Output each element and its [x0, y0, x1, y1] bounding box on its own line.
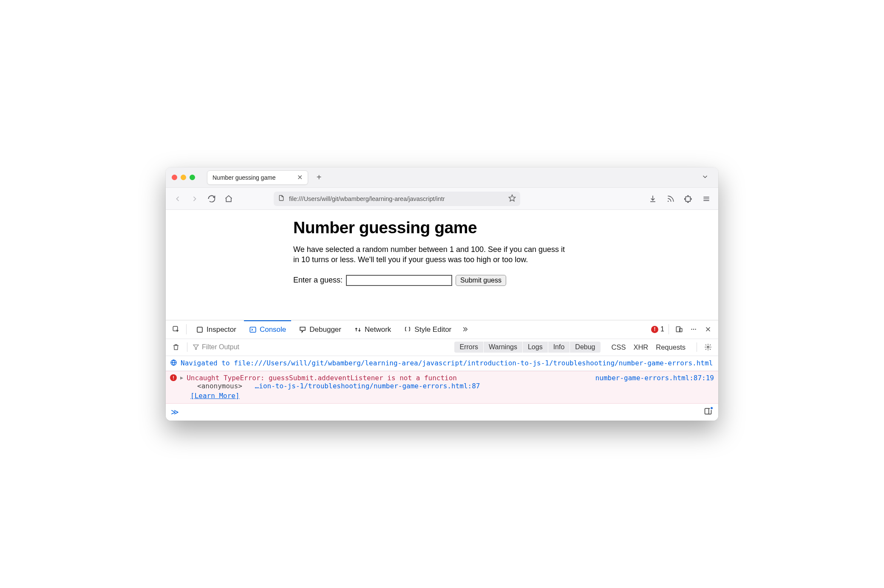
expand-caret-icon[interactable]: ▶	[180, 375, 183, 381]
tab-style-editor-label: Style Editor	[414, 325, 451, 334]
page-heading: Number guessing game	[293, 218, 570, 237]
submit-guess-button[interactable]: Submit guess	[456, 275, 506, 286]
url-text: file:///Users/will/git/wbamberg/learning…	[289, 195, 504, 202]
tab-console[interactable]: Console	[244, 320, 291, 339]
console-error-log: ! ▶ Uncaught TypeError: guessSubmit.adde…	[166, 371, 718, 404]
globe-icon	[170, 359, 177, 368]
guess-label: Enter a guess:	[293, 276, 343, 285]
error-icon: !	[170, 374, 177, 381]
svg-marker-16	[193, 345, 198, 350]
close-window-button[interactable]	[172, 175, 177, 180]
console-navigation-log: Navigated to file:///Users/will/git/wbam…	[166, 356, 718, 371]
new-tab-button[interactable]: +	[312, 172, 326, 182]
tab-console-label: Console	[260, 325, 286, 334]
svg-marker-0	[509, 195, 516, 201]
forward-button[interactable]	[189, 193, 201, 205]
learn-more-link[interactable]: [Learn More]	[170, 392, 240, 400]
pill-errors[interactable]: Errors	[454, 342, 484, 353]
clear-console-button[interactable]	[170, 341, 182, 353]
svg-point-13	[695, 329, 696, 330]
browser-window: Number guessing game ✕ + file:///Users/w…	[166, 167, 718, 421]
filter-css[interactable]: CSS	[612, 343, 626, 351]
navigation-message: Navigated to file:///Users/will/git/wbam…	[181, 358, 713, 368]
pill-info[interactable]: Info	[548, 342, 570, 353]
page-instructions: We have selected a random number between…	[293, 245, 570, 265]
guess-form: Enter a guess: Submit guess	[293, 275, 570, 286]
error-count-badge[interactable]: ! 1	[651, 325, 664, 333]
pill-debug[interactable]: Debug	[570, 342, 600, 353]
pill-logs[interactable]: Logs	[523, 342, 548, 353]
downloads-button[interactable]	[647, 193, 659, 205]
responsive-mode-button[interactable]	[673, 323, 685, 335]
page-content: Number guessing game We have selected a …	[166, 210, 718, 320]
feed-icon[interactable]	[665, 193, 677, 205]
reload-button[interactable]	[206, 193, 218, 205]
filter-requests[interactable]: Requests	[656, 343, 686, 351]
pill-warnings[interactable]: Warnings	[484, 342, 523, 353]
guess-input[interactable]	[346, 275, 452, 286]
svg-point-17	[707, 346, 709, 348]
tab-inspector[interactable]: Inspector	[191, 320, 241, 339]
svg-point-12	[693, 329, 694, 330]
tab-inspector-label: Inspector	[207, 325, 236, 334]
menu-button[interactable]	[700, 193, 712, 205]
console-prompt-icon: ≫	[171, 407, 179, 416]
svg-rect-6	[197, 327, 202, 332]
tab-network[interactable]: Network	[349, 320, 396, 339]
devtools-panel: Inspector Console Debugger Network Style…	[166, 320, 718, 421]
traffic-lights	[172, 175, 195, 180]
console-output: Navigated to file:///Users/will/git/wbam…	[166, 356, 718, 404]
maximize-window-button[interactable]	[190, 175, 195, 180]
stack-anonymous: <anonymous>	[197, 382, 242, 390]
extra-filters: CSS XHR Requests	[612, 343, 686, 351]
element-picker-button[interactable]	[170, 323, 182, 335]
devtools-close-button[interactable]	[702, 323, 714, 335]
error-location-link[interactable]: number-game-errors.html:87:19	[595, 374, 714, 382]
tabs-overflow-icon[interactable]	[459, 323, 471, 335]
back-button[interactable]	[172, 193, 184, 205]
bookmark-star-icon[interactable]	[508, 194, 516, 203]
file-icon	[278, 195, 285, 203]
browser-tab[interactable]: Number guessing game ✕	[207, 170, 308, 185]
titlebar: Number guessing game ✕ +	[166, 167, 718, 188]
console-filter-bar: Filter Output Errors Warnings Logs Info …	[166, 339, 718, 356]
home-button[interactable]	[223, 193, 235, 205]
svg-point-1	[668, 201, 669, 202]
svg-marker-8	[300, 327, 305, 332]
log-level-pills: Errors Warnings Logs Info Debug	[454, 342, 600, 353]
tab-network-label: Network	[365, 325, 391, 334]
tab-title: Number guessing game	[212, 174, 276, 181]
console-filter-placeholder: Filter Output	[202, 343, 239, 351]
toolbar: file:///Users/will/git/wbamberg/learning…	[166, 188, 718, 210]
tab-debugger-label: Debugger	[309, 325, 341, 334]
tab-style-editor[interactable]: Style Editor	[399, 320, 456, 339]
tab-debugger[interactable]: Debugger	[294, 320, 346, 339]
extensions-button[interactable]	[683, 193, 694, 205]
error-message: Uncaught TypeError: guessSubmit.addevent…	[187, 374, 457, 382]
console-settings-button[interactable]	[702, 341, 714, 353]
devtools-more-button[interactable]	[688, 323, 700, 335]
console-filter-input[interactable]: Filter Output	[193, 343, 449, 351]
devtools-tabs: Inspector Console Debugger Network Style…	[166, 320, 718, 339]
svg-point-11	[691, 329, 692, 330]
console-input[interactable]: ≫	[166, 404, 718, 421]
notification-dot-icon	[710, 406, 714, 410]
close-tab-button[interactable]: ✕	[297, 173, 303, 181]
url-bar[interactable]: file:///Users/will/git/wbamberg/learning…	[274, 192, 520, 206]
minimize-window-button[interactable]	[181, 175, 186, 180]
error-count: 1	[660, 325, 664, 333]
toolbar-right	[647, 193, 712, 205]
tabs-overflow-button[interactable]	[698, 173, 712, 182]
stack-path-link[interactable]: …ion-to-js-1/troubleshooting/number-game…	[255, 382, 480, 390]
error-circle-icon: !	[651, 326, 658, 333]
filter-xhr[interactable]: XHR	[633, 343, 648, 351]
